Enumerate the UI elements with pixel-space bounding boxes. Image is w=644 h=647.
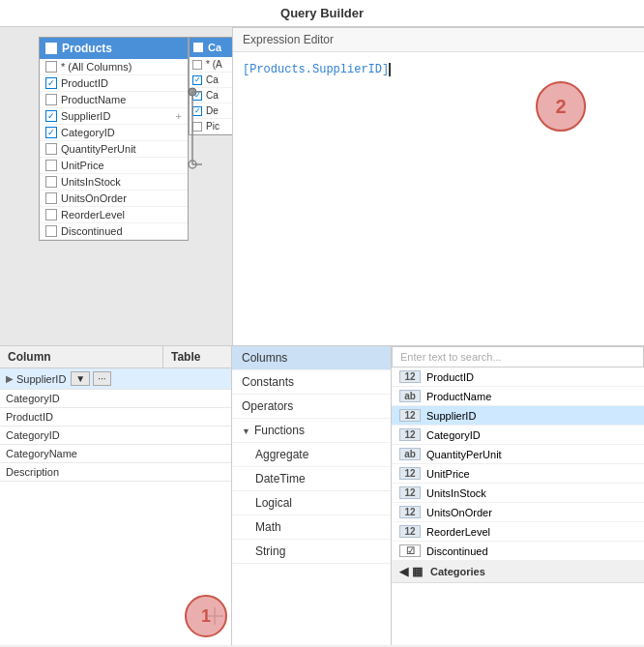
table-row[interactable]: ✓ ProductID	[40, 75, 188, 92]
categories-section-header[interactable]: ◀ ▦ Categories	[392, 561, 644, 583]
row-checkbox[interactable]: ✓	[192, 91, 202, 101]
row-checkbox[interactable]	[45, 209, 57, 221]
expression-text[interactable]: [Products.SupplierID]	[243, 63, 389, 76]
grid-cell-table	[163, 469, 231, 475]
row-checkbox[interactable]: ✓	[45, 110, 57, 122]
tree-item-string[interactable]: String	[232, 540, 391, 564]
column-label: UnitsInStock	[426, 487, 486, 499]
tree-item-functions[interactable]: ▼Functions	[232, 419, 391, 443]
row-label: Ca	[206, 74, 231, 85]
table-row[interactable]: UnitPrice	[40, 158, 188, 174]
search-box[interactable]: Enter text to search...	[392, 346, 644, 368]
row-checkbox[interactable]: ✓	[192, 106, 202, 116]
list-item[interactable]: 12 ReorderLevel	[392, 522, 644, 542]
table-row[interactable]: QuantityPerUnit	[40, 141, 188, 158]
row-checkbox[interactable]	[45, 176, 57, 188]
row-label: SupplierID	[61, 110, 172, 122]
expression-content[interactable]: [Products.SupplierID] 2	[233, 52, 644, 345]
row-checkbox[interactable]	[45, 160, 57, 171]
row-checkbox[interactable]	[45, 192, 57, 204]
type-icon: ab	[399, 448, 421, 460]
table-row[interactable]: ProductName	[40, 92, 188, 108]
table-icon: ▦	[412, 565, 423, 578]
list-item[interactable]: 12 UnitsOnOrder	[392, 503, 644, 522]
table-row[interactable]: ✓ Ca	[190, 73, 232, 88]
column-label: ProductName	[426, 391, 491, 402]
grid-cell-column: CategoryID	[0, 390, 163, 407]
table-row[interactable]: Discontinued	[40, 223, 188, 240]
table-row[interactable]: ProductID	[0, 408, 231, 426]
row-checkbox[interactable]	[45, 225, 57, 237]
grid-cell-column: ProductID	[0, 408, 163, 426]
tree-item-constants[interactable]: Constants	[232, 370, 391, 395]
row-label: UnitsOnOrder	[61, 192, 182, 204]
type-icon: 12	[399, 506, 421, 518]
list-item[interactable]: 12 UnitsInStock	[392, 484, 644, 503]
tree-item-logical[interactable]: Logical	[232, 491, 391, 515]
list-item[interactable]: 12 CategoryID	[392, 426, 644, 445]
table-row[interactable]: UnitsInStock	[40, 174, 188, 191]
row-checkbox[interactable]: ✓	[192, 75, 202, 85]
type-icon: 12	[399, 525, 421, 538]
table-row[interactable]: CategoryID	[0, 390, 231, 408]
table-row[interactable]: * (A	[190, 57, 232, 73]
row-label: ProductName	[61, 94, 182, 105]
table-row[interactable]: ✓ SupplierID +	[40, 108, 188, 125]
grid-cell-table	[163, 432, 231, 438]
row-checkbox[interactable]	[192, 60, 202, 70]
table-header-icon	[45, 43, 57, 54]
row-checkbox[interactable]: ✓	[45, 127, 57, 138]
row-checkbox[interactable]	[45, 61, 57, 73]
list-item[interactable]: 12 ProductID	[392, 368, 644, 387]
column-header: Column	[0, 346, 163, 368]
table-row[interactable]: ✓ CategoryID	[40, 125, 188, 141]
row-checkbox[interactable]	[192, 122, 202, 132]
row-label: * (A	[206, 59, 231, 70]
bottom-section: Column Table ▶ SupplierID ▼ ··· Catego	[0, 345, 644, 645]
cursor	[389, 63, 391, 76]
main-area: Products * (All Columns) ✓ ProductID Pro…	[0, 27, 644, 645]
plus-icon[interactable]: +	[176, 110, 182, 122]
dropdown-button[interactable]: ▼	[71, 371, 90, 386]
type-icon: 12	[399, 486, 421, 499]
table-row[interactable]: ▶ SupplierID ▼ ···	[0, 368, 231, 390]
table-row[interactable]: ✓ Ca	[190, 88, 232, 103]
tree-item-math[interactable]: Math	[232, 515, 391, 540]
tree-item-columns[interactable]: Columns	[232, 346, 391, 370]
column-label: ProductID	[426, 371, 474, 383]
table-header-col: Table	[163, 346, 231, 368]
categories-table-header: Ca	[190, 38, 232, 57]
list-item[interactable]: 12 SupplierID	[392, 406, 644, 426]
grid-cell-column: CategoryID	[0, 426, 163, 444]
row-checkbox[interactable]	[45, 143, 57, 155]
row-checkbox[interactable]: ✓	[45, 77, 57, 89]
table-row[interactable]: CategoryID	[0, 426, 231, 445]
expression-editor: Expression Editor [Products.SupplierID] …	[232, 27, 644, 345]
table-row[interactable]: UnitsOnOrder	[40, 191, 188, 207]
grid-cell-column: ▶ SupplierID ▼ ···	[0, 368, 163, 389]
type-icon: 12	[399, 370, 421, 383]
grid-cell-table	[163, 396, 231, 401]
table-row[interactable]: Pic	[190, 119, 232, 134]
tree-item-datetime[interactable]: DateTime	[232, 467, 391, 491]
column-label: QuantityPerUnit	[426, 449, 502, 460]
table-row[interactable]: ✓ De	[190, 103, 232, 119]
table-row[interactable]: CategoryName	[0, 445, 231, 463]
table-row[interactable]: ReorderLevel	[40, 207, 188, 223]
grid-body: ▶ SupplierID ▼ ··· CategoryID ProductI	[0, 368, 231, 645]
list-item[interactable]: 12 UnitPrice	[392, 464, 644, 484]
list-item[interactable]: ab ProductName	[392, 387, 644, 406]
list-item[interactable]: ab QuantityPerUnit	[392, 445, 644, 464]
tree-item-operators[interactable]: Operators	[232, 395, 391, 419]
table-row[interactable]: * (All Columns)	[40, 59, 188, 75]
tree-item-aggregate[interactable]: Aggregate	[232, 443, 391, 467]
type-icon: 12	[399, 409, 421, 422]
ellipsis-button[interactable]: ···	[93, 371, 110, 386]
grid-cell-table	[163, 451, 231, 456]
table-row[interactable]: Description	[0, 463, 231, 482]
column-value: Description	[6, 466, 59, 478]
row-checkbox[interactable]	[45, 94, 57, 105]
list-item[interactable]: ☑ Discontinued	[392, 542, 644, 561]
row-label: De	[206, 105, 231, 116]
column-value: ProductID	[6, 411, 53, 423]
